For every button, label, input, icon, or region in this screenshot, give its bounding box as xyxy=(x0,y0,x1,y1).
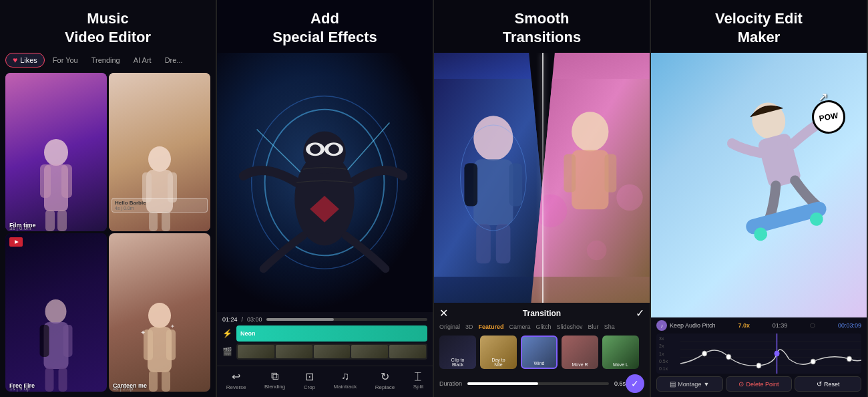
cell3-sub: 1s | 9.0p xyxy=(9,386,30,392)
tool-replace[interactable]: ↻ Replace xyxy=(375,370,395,390)
tp-thumb-label-4: Move R xyxy=(562,362,598,367)
panel-smooth-transitions: SmoothTransitions xyxy=(434,0,651,397)
tl-segment-effects[interactable] xyxy=(236,344,427,360)
tool-crop[interactable]: ⊡ Crop xyxy=(304,370,315,390)
svg-point-38 xyxy=(473,116,513,160)
split-icon: ⌶ xyxy=(415,370,421,382)
duration-value: 0.6s xyxy=(614,380,626,387)
timeline-bar[interactable] xyxy=(266,318,427,321)
svg-point-65 xyxy=(756,363,761,368)
cell1-sub: 3s | 0.0m xyxy=(9,225,31,231)
tp-tab-camera[interactable]: Camera xyxy=(509,323,531,330)
spider-scene xyxy=(217,53,433,312)
skater-scene: POW ↗ xyxy=(651,53,867,317)
tp-thumb-wind[interactable]: Wind xyxy=(521,336,558,369)
timeline-separator: / xyxy=(242,316,244,323)
time-end: 00:03:09 xyxy=(838,322,861,329)
tp-thumbs: Clip toBlack Day toNite Wind Move R Move… xyxy=(439,336,644,369)
pow-text: POW xyxy=(818,111,839,124)
panel1-tabs: ♥ Likes For You Trending AI Art Dre... xyxy=(0,53,216,73)
duration-label: Duration xyxy=(439,380,462,387)
delete-point-button[interactable]: ⊙ Delete Point xyxy=(726,376,793,392)
tp-tab-original[interactable]: Original xyxy=(439,323,460,330)
tool-reverse[interactable]: ↩ Reverse xyxy=(226,370,246,390)
split-label: Split xyxy=(413,384,424,390)
svg-text:✦: ✦ xyxy=(170,323,175,329)
delete-label: Delete Point xyxy=(746,381,779,388)
tp-tab-featured[interactable]: Featured xyxy=(479,323,504,330)
video-grid: Film time 3s | 0.0m Hello Barbie 4s | 0.… xyxy=(5,73,210,397)
svg-rect-40 xyxy=(464,163,477,206)
timeline-total: 03:00 xyxy=(247,316,262,323)
pitch-label: Keep Audio Pitch xyxy=(670,322,716,329)
tp-thumb-move-r[interactable]: Move R xyxy=(562,336,598,369)
page-turn-line xyxy=(542,53,544,303)
tool-blending[interactable]: ⧉ Blending xyxy=(264,370,285,390)
svg-point-64 xyxy=(726,354,731,360)
confirm-button[interactable]: ✓ xyxy=(626,374,644,393)
tp-header: ✕ Transition ✓ xyxy=(439,307,644,319)
svg-point-68 xyxy=(847,356,851,362)
vc-buttons: ▤ Montage ▼ ⊙ Delete Point ↺ Reset xyxy=(656,376,861,396)
reset-button[interactable]: ↺ Reset xyxy=(795,376,861,392)
montage-label: Montage xyxy=(678,381,701,388)
tool-maintrack[interactable]: ♫ Maintrack xyxy=(334,370,357,390)
tl-thumb-1 xyxy=(238,345,274,358)
svg-rect-15 xyxy=(63,325,73,357)
tp-thumb-move-l[interactable]: Move L xyxy=(602,336,639,369)
heart-icon: ♥ xyxy=(13,55,17,65)
svg-point-63 xyxy=(702,351,707,356)
svg-rect-23 xyxy=(162,370,170,392)
replace-label: Replace xyxy=(375,384,395,390)
montage-button[interactable]: ▤ Montage ▼ xyxy=(656,376,723,392)
svg-point-51 xyxy=(617,184,643,211)
svg-rect-11 xyxy=(162,211,170,231)
maintrack-label: Maintrack xyxy=(334,384,357,390)
tab-for-you[interactable]: For You xyxy=(47,54,83,66)
grid-cell-4[interactable]: ✦ ✦ Canteen me 4s | 2.0p xyxy=(109,233,210,392)
svg-rect-22 xyxy=(149,370,158,392)
svg-rect-2 xyxy=(40,164,51,198)
tl-segment-main[interactable]: Neon xyxy=(236,325,427,342)
timeline-fill xyxy=(266,318,334,321)
svg-point-46 xyxy=(572,112,609,151)
tp-thumb-label-3: Wind xyxy=(522,361,556,366)
svg-rect-5 xyxy=(57,210,67,231)
tp-tab-3d[interactable]: 3D xyxy=(465,323,473,330)
panel-velocity-edit-maker: Velocity EditMaker xyxy=(651,0,868,397)
label-2x: 2x xyxy=(659,344,668,348)
tab-likes[interactable]: ♥ Likes xyxy=(5,53,45,68)
tl-track-2: 🎬 xyxy=(222,344,427,360)
tp-thumb-day-to-nite[interactable]: Day toNite xyxy=(480,336,517,369)
effect-label: Neon xyxy=(240,330,256,337)
close-icon[interactable]: ✕ xyxy=(439,307,448,319)
grid-cell-1[interactable]: Film time 3s | 0.0m xyxy=(5,73,107,231)
duration-slider[interactable] xyxy=(467,382,609,385)
panel2-title: AddSpecial Effects xyxy=(266,0,384,53)
tp-tab-slideshow[interactable]: Slideshov xyxy=(557,323,583,330)
tl-thumb-5 xyxy=(389,345,426,358)
label-01x: 0.1x xyxy=(659,366,668,371)
tab-likes-label: Likes xyxy=(20,56,37,64)
tab-dre[interactable]: Dre... xyxy=(160,54,188,66)
tp-tab-glitch[interactable]: Glitch xyxy=(536,323,552,330)
tl-thumb-2 xyxy=(276,345,312,358)
blending-icon: ⧉ xyxy=(271,370,278,382)
tp-tab-sha[interactable]: Sha xyxy=(604,323,615,330)
tl-track-1: ⚡ Neon xyxy=(222,325,427,342)
tab-ai-art[interactable]: AI Art xyxy=(128,54,157,66)
tp-tab-blur[interactable]: Blur xyxy=(588,323,599,330)
check-icon[interactable]: ✓ xyxy=(636,307,644,319)
tp-thumb-clip-to-black[interactable]: Clip toBlack xyxy=(439,336,476,369)
svg-rect-17 xyxy=(59,368,67,392)
transition-panel: ✕ Transition ✓ Original 3D Featured Came… xyxy=(434,303,650,397)
tool-split[interactable]: ⌶ Split xyxy=(413,370,424,390)
velocity-graph[interactable]: 3x 2x 1x 0.5x 0.1x xyxy=(656,334,861,374)
svg-rect-41 xyxy=(509,163,523,206)
grid-cell-2[interactable]: Hello Barbie 4s | 0.0m xyxy=(109,73,210,231)
svg-rect-53 xyxy=(651,53,867,317)
tab-trending[interactable]: Trending xyxy=(86,54,126,66)
svg-point-6 xyxy=(148,146,171,172)
svg-text:✦: ✦ xyxy=(140,329,146,336)
grid-cell-3[interactable]: ▶ Free Fire 1s | 9.0p xyxy=(5,233,107,392)
